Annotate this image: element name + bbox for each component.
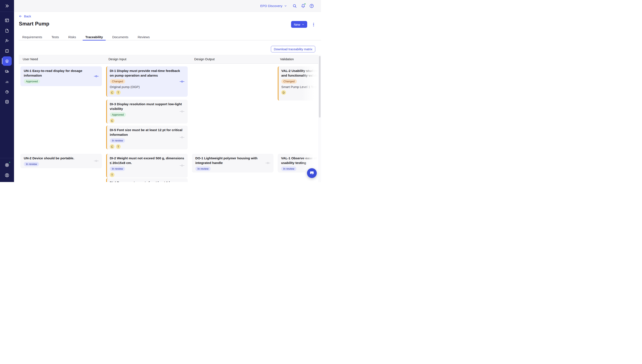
column-header-design-input: Design Input [109,57,126,61]
layers-icon [5,59,9,64]
workspace-switcher[interactable]: EPD Discovery [260,0,287,12]
letter-chip-c[interactable]: C [110,90,114,95]
status-badge: In review [281,166,296,171]
settings-notification-dot [9,162,11,163]
trace-connector-icon[interactable] [265,161,270,165]
truck-icon [5,69,9,74]
document-icon [5,28,9,33]
trace-card-di4[interactable]: DI-4 Pump must operate for at least 1 ho… [106,178,188,182]
chat-bubble-icon [309,170,314,176]
letter-chips: D [281,90,321,95]
trace-connector-icon[interactable] [180,80,184,84]
page-title: Smart Pump [19,21,49,27]
sidebar-item-traceability[interactable] [0,56,14,66]
card-title: DO-1 Lightweight polymer housing with in… [195,156,270,165]
matrix-header-row [19,55,321,64]
letter-chip-t[interactable]: T [110,172,114,177]
trace-card-do1[interactable]: DO-1 Lightweight polymer housing with in… [192,154,273,172]
card-secondary-text: Smart Pump Level 1 Test (SP-1) [281,85,321,89]
sidebar-item-panels[interactable] [0,16,14,25]
tab-risks[interactable]: Risks [65,34,79,40]
chat-launcher-button[interactable] [307,168,317,178]
card-title: DI-4 Pump must operate for at least 1 ho… [110,180,184,182]
sidebar-divider [0,158,14,158]
sidebar-item-user-check[interactable] [0,36,14,46]
card-title: UN-2 Device should be portable. [24,156,99,160]
trace-card-val2[interactable]: VAL-2 Usability studies with display rea… [278,66,321,100]
tab-tests[interactable]: Tests [49,34,62,40]
trace-connector-icon[interactable] [180,136,184,139]
card-secondary-text: Original pump (OGP) [110,85,184,89]
sidebar-item-shipping[interactable] [0,66,14,76]
tab-traceability[interactable]: Traceability [83,34,106,40]
trace-card-un1[interactable]: UN-1 Easy-to-read display for dosage inf… [20,66,102,86]
column-header-design-output: Design Output [194,57,215,61]
card-title: DI-2 Weight must not exceed 500 g, dimen… [110,156,184,165]
search-button[interactable] [292,4,297,8]
trace-card-di3[interactable]: DI-3 Display resolution must support low… [106,100,188,124]
sidebar-item-documents[interactable] [0,26,14,36]
letter-chips: CT [110,144,184,149]
column-header-user-need: User Need [23,57,38,61]
trace-connector-icon[interactable] [180,164,184,168]
trace-card-di2[interactable]: DI-2 Weight must not exceed 500 g, dimen… [106,154,188,178]
sidebar-item-account[interactable] [0,170,14,180]
help-button[interactable] [309,4,314,8]
notifications-button[interactable] [301,4,306,8]
sidebar-item-calendar-alert[interactable] [0,46,14,56]
active-tile [2,56,12,66]
letter-chip-t[interactable]: T [116,90,121,95]
trace-connector-icon[interactable] [94,159,99,163]
new-button[interactable]: New [291,21,307,28]
letter-chip-t[interactable]: T [116,144,121,149]
search-icon [292,4,297,8]
column-header-validation: Validation [280,57,294,61]
status-badge: In review [110,138,125,143]
notification-dot [304,3,306,5]
trace-card-un2[interactable]: UN-2 Device should be portable.In review [20,154,102,168]
trace-connector-icon[interactable] [94,74,99,78]
sidebar-item-settings[interactable] [0,160,14,170]
user-check-icon [5,38,9,43]
chevrons-right-icon [5,4,9,8]
tab-bar: RequirementsTestsRisksTraceabilityDocume… [20,34,152,40]
sidebar-item-database[interactable] [0,97,14,106]
trace-card-di5[interactable]: DI-5 Font size must be at least 12 pt fo… [106,126,188,149]
status-badge: Changed [281,79,297,84]
sidebar-item-pie-chart[interactable] [0,87,14,96]
trace-connector-icon[interactable] [180,110,184,114]
letter-chip-d[interactable]: D [281,90,286,95]
letter-chip-c[interactable]: C [110,144,114,149]
card-title: VAL-1 Observe ease of transport in real-… [281,156,321,165]
pie-chart-icon [5,90,9,94]
status-badge: In review [195,166,211,171]
vertical-scrollbar[interactable] [318,55,321,182]
sidebar-item-bar-chart[interactable] [0,77,14,86]
card-title: DI-5 Font size must be at least 12 pt fo… [110,128,184,137]
arrow-left-icon [19,14,22,18]
database-icon [5,100,9,104]
card-title: UN-1 Easy-to-read display for dosage inf… [24,68,99,78]
tab-requirements[interactable]: Requirements [20,34,45,40]
scrollbar-thumb[interactable] [319,56,320,118]
letter-chips: CT [110,90,184,95]
card-title: DI-3 Display resolution must support low… [110,102,184,111]
trace-card-di1[interactable]: DI-1 Display must provide real-time feed… [106,66,188,97]
tab-reviews[interactable]: Reviews [135,34,153,40]
tab-documents[interactable]: Documents [110,34,131,40]
letter-chips: T [110,172,184,177]
workspace-label: EPD Discovery [260,4,282,8]
back-link[interactable]: Back [19,14,31,18]
help-icon [309,4,314,8]
sidebar [0,0,14,182]
chevron-down-icon [302,23,304,26]
chevron-down-icon [284,4,287,8]
letter-chip-c[interactable]: C [110,118,114,123]
calendar-alert-icon [5,48,9,53]
more-options-button[interactable] [311,22,316,27]
expand-sidebar-button[interactable] [0,0,14,12]
card-title: VAL-2 Usability studies with display rea… [281,68,321,78]
download-traceability-matrix-button[interactable]: Download traceability matrix [271,46,315,52]
bar-chart-icon [5,79,9,84]
status-badge: In review [110,166,125,171]
